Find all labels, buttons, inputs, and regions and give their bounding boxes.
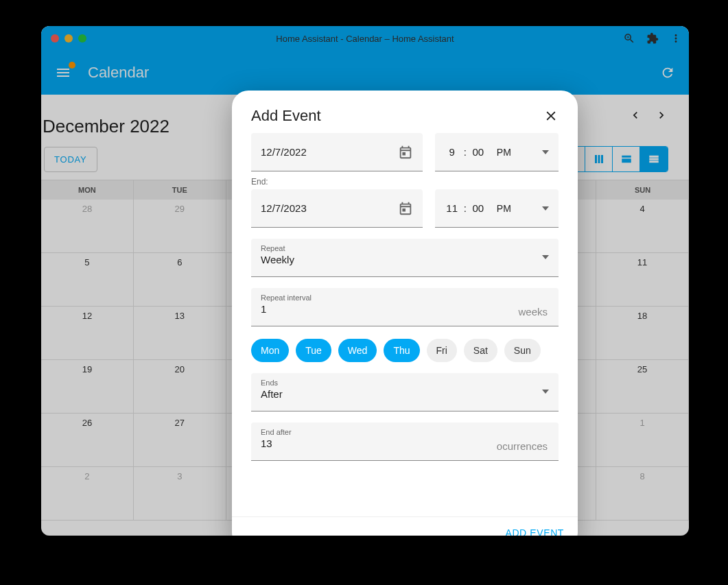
start-ampm: PM xyxy=(497,147,511,158)
calendar-icon xyxy=(398,201,413,216)
end-after-label: End after xyxy=(261,428,549,436)
end-after-field[interactable]: End after 13 ocurrences xyxy=(251,422,559,461)
day-chip-fri[interactable]: Fri xyxy=(427,339,457,362)
start-minute: 00 xyxy=(471,146,486,158)
ends-select[interactable]: Ends After xyxy=(251,373,559,411)
ends-label: Ends xyxy=(261,379,549,387)
end-label: End: xyxy=(251,177,559,187)
start-date-value: 12/7/2022 xyxy=(261,146,307,158)
day-chip-sat[interactable]: Sat xyxy=(464,339,497,362)
end-hour: 11 xyxy=(445,202,460,214)
dialog-title: Add Event xyxy=(251,107,321,125)
end-date-field[interactable]: 12/7/2023 xyxy=(251,189,423,228)
calendar-icon xyxy=(398,145,413,160)
repeat-select[interactable]: Repeat Weekly xyxy=(251,239,559,277)
end-minute: 00 xyxy=(471,202,486,214)
interval-label: Repeat interval xyxy=(261,294,549,302)
add-event-button[interactable]: ADD EVENT xyxy=(505,527,564,536)
start-time-field[interactable]: 9 : 00 PM xyxy=(435,133,559,171)
dropdown-icon xyxy=(542,390,549,394)
dialog-footer: ADD EVENT xyxy=(232,516,578,536)
dropdown-icon xyxy=(542,150,549,154)
app-window: Home Assistant - Calendar – Home Assista… xyxy=(41,26,689,536)
end-date-value: 12/7/2023 xyxy=(261,202,307,214)
repeat-interval-field[interactable]: Repeat interval 1 weeks xyxy=(251,288,559,326)
day-chip-tue[interactable]: Tue xyxy=(296,339,331,362)
day-chip-sun[interactable]: Sun xyxy=(504,339,541,362)
repeat-label: Repeat xyxy=(261,244,549,252)
ends-value: After xyxy=(261,388,549,400)
end-after-suffix: ocurrences xyxy=(497,440,548,452)
close-dialog-button[interactable] xyxy=(543,108,559,123)
start-row: 12/7/2022 9 : 00 PM xyxy=(251,133,559,171)
day-chip-wed[interactable]: Wed xyxy=(338,339,377,362)
dropdown-icon xyxy=(542,255,549,259)
weekday-chips: MonTueWedThuFriSatSun xyxy=(251,339,559,362)
repeat-value: Weekly xyxy=(261,254,549,265)
end-time-field[interactable]: 11 : 00 PM xyxy=(435,189,559,228)
start-hour: 9 xyxy=(445,146,460,158)
day-chip-mon[interactable]: Mon xyxy=(251,339,289,362)
dialog-body: 12/7/2022 9 : 00 PM End: 12/7/2023 xyxy=(232,133,578,516)
dialog-header: Add Event xyxy=(232,91,578,133)
interval-value: 1 xyxy=(261,303,549,315)
end-ampm: PM xyxy=(497,203,511,214)
day-chip-thu[interactable]: Thu xyxy=(384,339,419,362)
add-event-dialog: Add Event 12/7/2022 9 : 00 PM End: xyxy=(232,91,578,536)
end-row: 12/7/2023 11 : 00 PM xyxy=(251,189,559,228)
interval-suffix: weeks xyxy=(518,306,548,318)
start-date-field[interactable]: 12/7/2022 xyxy=(251,133,423,171)
dropdown-icon xyxy=(542,206,549,211)
